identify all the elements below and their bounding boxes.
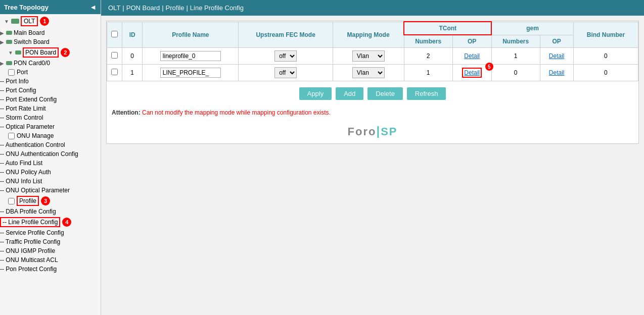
sidebar-item-onu-igmp[interactable]: -- ONU IGMP Profile (0, 246, 101, 255)
row0-checkbox[interactable] (111, 52, 118, 59)
line-profile-badge: 4 (62, 218, 71, 227)
row1-badge: 5 (485, 63, 493, 71)
row0-profile-name-input[interactable] (160, 51, 221, 61)
sidebar-header: Tree Topology ◄ (0, 0, 101, 14)
breadcrumb-sep3: | (186, 4, 188, 12)
th-gem-numbers: Numbers (491, 35, 540, 48)
sidebar-item-port-rate-limit[interactable]: -- Port Rate Limit (0, 104, 101, 113)
attention-prefix: Attention: (112, 109, 141, 116)
attention-body: Can not modify the mapping mode while ma… (141, 109, 331, 116)
breadcrumb-olt[interactable]: OLT (108, 4, 120, 12)
sidebar-collapse-button[interactable]: ◄ (89, 3, 97, 11)
th-mapping-mode: Mapping Mode (333, 22, 404, 48)
onu-multicast-acl-label: -- ONU Multicast ACL (0, 256, 58, 264)
sidebar-item-port-config[interactable]: -- Port Config (0, 86, 101, 95)
auto-find-list-label: -- Auto Find List (0, 160, 42, 167)
sidebar-item-storm-control[interactable]: -- Storm Control (0, 113, 101, 122)
row1-tcont-detail-link[interactable]: Detail (464, 69, 480, 76)
pon-board-label: PON Board (25, 49, 56, 56)
sidebar-item-dba-profile[interactable]: -- DBA Profile Config (0, 207, 101, 216)
row1-checkbox[interactable] (111, 69, 118, 75)
breadcrumb-profile[interactable]: Profile (166, 4, 185, 12)
port-section-label: Port (17, 69, 28, 76)
port-config-label: -- Port Config (0, 87, 36, 94)
row0-mapping-select[interactable]: Vlan TLS DSCP (352, 50, 385, 62)
section-port: Port (0, 68, 101, 77)
breadcrumb: OLT | PON Board | Profile | Line Profile… (101, 0, 644, 16)
watermark-foro: Foro (348, 125, 377, 138)
row0-fec-select[interactable]: off on (274, 50, 297, 62)
onu-policy-auth-label: -- ONU Policy Auth (0, 169, 51, 176)
row0-gem-detail-link[interactable]: Detail (549, 52, 565, 60)
refresh-button[interactable]: Refresh (407, 87, 446, 100)
onu-auth-config-label: -- ONU Authentication Config (0, 150, 78, 158)
sidebar-item-port-extend-config[interactable]: -- Port Extend Config (0, 95, 101, 104)
onu-manage-label: ONU Manage (17, 132, 54, 139)
th-upstream-fec: Upstream FEC Mode (239, 22, 333, 48)
sidebar-item-pon-board[interactable]: ▼ PON Board 2 (0, 46, 101, 59)
sidebar-item-pon-protect-config[interactable]: -- Pon Protect Config (0, 265, 101, 274)
sidebar-item-auto-find-list[interactable]: -- Auto Find List (0, 159, 101, 168)
delete-button[interactable]: Delete (367, 87, 403, 100)
row1-mapping-select[interactable]: Vlan TLS DSCP (352, 67, 385, 78)
traffic-profile-label: -- Traffic Profile Config (0, 238, 60, 245)
main-board-label: Main Board (14, 29, 44, 36)
port-section-checkbox[interactable] (8, 69, 15, 76)
select-all-checkbox[interactable] (111, 31, 118, 37)
sidebar-item-onu-info-list[interactable]: -- ONU Info List (0, 177, 101, 186)
expand-icon: ▼ (8, 50, 13, 56)
content-area: OLT | PON Board | Profile | Line Profile… (101, 0, 644, 315)
sidebar-item-main-board[interactable]: ▶ Main Board (0, 28, 101, 37)
sidebar-item-pon-card[interactable]: ▶ PON Card0/0 (0, 59, 101, 68)
apply-button[interactable]: Apply (299, 87, 332, 100)
sidebar-item-olt[interactable]: ▼ OLT 1 (0, 14, 101, 28)
row0-tcont-numbers: 2 (404, 48, 452, 65)
button-bar: Apply Add Delete Refresh (107, 81, 638, 106)
sidebar-item-port-info[interactable]: -- Port Info (0, 77, 101, 86)
service-profile-label: -- Service Profile Config (0, 229, 64, 236)
sidebar-item-traffic-profile[interactable]: -- Traffic Profile Config (0, 237, 101, 246)
sidebar-item-onu-auth-config[interactable]: -- ONU Authentication Config (0, 149, 101, 159)
row1-tcont-detail-box: Detail (462, 68, 482, 78)
row0-gem-numbers: 1 (491, 48, 540, 65)
sidebar-item-onu-multicast-acl[interactable]: -- ONU Multicast ACL (0, 255, 101, 265)
onu-optical-param-label: -- ONU Optical Parameter (0, 187, 70, 194)
onu-manage-section-checkbox[interactable] (8, 133, 15, 139)
row1-fec: off on (239, 65, 333, 81)
th-id: ID (122, 22, 143, 48)
row1-profile-name-input[interactable] (160, 68, 221, 78)
row1-gem-detail-link[interactable]: Detail (549, 69, 565, 76)
row1-fec-select[interactable]: off on (274, 67, 297, 78)
profile-section-label-box: Profile (17, 196, 39, 206)
breadcrumb-pon-board[interactable]: PON Board (126, 4, 160, 12)
port-extend-config-label: -- Port Extend Config (0, 96, 57, 103)
sidebar-item-auth-control[interactable]: -- Authentication Control (0, 140, 101, 149)
olt-label-box: OLT (21, 16, 38, 26)
row1-tcont-numbers: 1 (404, 65, 452, 81)
breadcrumb-sep1: | (122, 4, 124, 12)
sidebar-item-onu-optical-param[interactable]: -- ONU Optical Parameter (0, 186, 101, 195)
dba-profile-label: -- DBA Profile Config (0, 208, 56, 215)
pon-card-label: PON Card0/0 (14, 60, 50, 67)
section-profile: Profile 3 (0, 195, 101, 207)
table-container: ID Profile Name Upstream FEC Mode Mappin… (106, 21, 639, 144)
profile-section-checkbox[interactable] (8, 198, 15, 204)
row1-gem-numbers: 0 (491, 65, 540, 81)
pon-board-box: PON Board (23, 47, 59, 58)
main-board-icon (6, 31, 12, 35)
sidebar-item-switch-board[interactable]: ▶ Switch Board (0, 37, 101, 46)
port-info-label: -- Port Info (0, 78, 29, 85)
watermark-isp: SP (381, 125, 397, 138)
sidebar-item-onu-policy-auth[interactable]: -- ONU Policy Auth (0, 168, 101, 177)
profile-section-label: Profile (19, 197, 36, 204)
pon-card-icon (6, 61, 12, 65)
row1-profile-name (143, 65, 239, 81)
main-content: ID Profile Name Upstream FEC Mode Mappin… (101, 16, 644, 315)
th-profile-name: Profile Name (143, 22, 239, 48)
row0-tcont-detail-link[interactable]: Detail (464, 52, 480, 60)
add-button[interactable]: Add (336, 87, 363, 100)
sidebar-item-service-profile[interactable]: -- Service Profile Config (0, 228, 101, 237)
sidebar-item-line-profile[interactable]: -- Line Profile Config 4 (0, 216, 101, 228)
optical-parameter-label: -- Optical Parameter (0, 123, 55, 130)
sidebar-item-optical-parameter[interactable]: -- Optical Parameter (0, 122, 101, 131)
